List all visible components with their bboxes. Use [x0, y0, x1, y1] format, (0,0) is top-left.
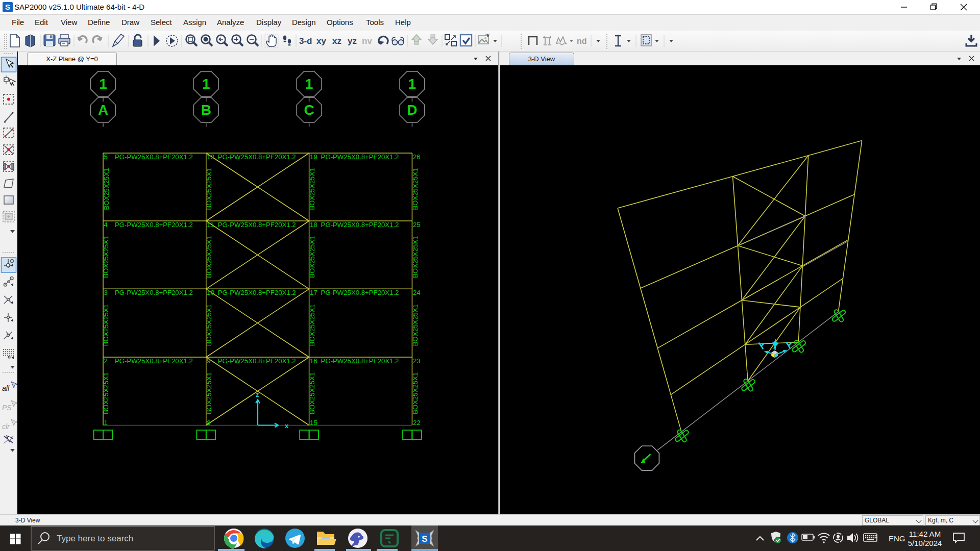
svg-text:10: 10 [207, 289, 214, 296]
svg-text:PG-PW25X0.8+PF20X1.2: PG-PW25X0.8+PF20X1.2 [321, 153, 399, 161]
svg-text:C: C [304, 102, 314, 118]
svg-text:nd: nd [577, 37, 587, 45]
svg-text:BOX25X25X1: BOX25X25X1 [103, 168, 110, 210]
svg-text:BOX25X25X1: BOX25X25X1 [103, 372, 110, 414]
svg-text:4: 4 [104, 221, 108, 229]
svg-text:BOX25X25X1: BOX25X25X1 [205, 372, 213, 414]
svg-text:26: 26 [413, 153, 421, 161]
svg-text:PG-PW25X0.8+PF20X1.2: PG-PW25X0.8+PF20X1.2 [115, 289, 193, 296]
svg-text:xy: xy [316, 36, 326, 46]
svg-text:1: 1 [305, 76, 313, 92]
svg-text:1: 1 [99, 76, 107, 92]
svg-text:xz: xz [332, 36, 341, 46]
svg-text:9: 9 [207, 357, 210, 365]
svg-text:BOX25X25X1: BOX25X25X1 [103, 304, 110, 346]
svg-text:5/10/2024: 5/10/2024 [908, 539, 942, 547]
svg-text:nv: nv [362, 36, 372, 46]
svg-text:PG-PW25X0.8+PF20X1.2: PG-PW25X0.8+PF20X1.2 [218, 357, 296, 365]
svg-text:PG-PW25X0.8+PF20X1.2: PG-PW25X0.8+PF20X1.2 [321, 221, 399, 229]
svg-text:11:42 AM: 11:42 AM [909, 530, 941, 538]
svg-text:clr: clr [2, 422, 10, 431]
svg-text:3-d: 3-d [299, 36, 312, 46]
svg-text:Type here to search: Type here to search [57, 534, 133, 543]
svg-text:PG-PW25X0.8+PF20X1.2: PG-PW25X0.8+PF20X1.2 [218, 153, 296, 161]
svg-text:15: 15 [310, 419, 317, 427]
svg-text:BOX25X25X1: BOX25X25X1 [308, 304, 316, 346]
svg-text:12: 12 [207, 153, 214, 161]
svg-text:BOX25X25X1: BOX25X25X1 [205, 236, 213, 278]
svg-text:BOX25X25X1: BOX25X25X1 [308, 168, 316, 210]
svg-text:BOX25X25X1: BOX25X25X1 [205, 168, 213, 210]
svg-text:B: B [201, 102, 211, 118]
svg-text:S: S [422, 534, 427, 544]
svg-text:A: A [98, 102, 108, 118]
svg-text:3: 3 [104, 289, 108, 296]
svg-text:BOX25X25X1: BOX25X25X1 [103, 236, 110, 278]
svg-text:11: 11 [207, 221, 214, 229]
svg-text:x: x [285, 422, 289, 430]
svg-text:PG-PW25X0.8+PF20X1.2: PG-PW25X0.8+PF20X1.2 [218, 221, 296, 229]
svg-text:2: 2 [104, 357, 108, 365]
svg-text:BOX25X25X1: BOX25X25X1 [205, 304, 213, 346]
svg-text:PG-PW25X0.8+PF20X1.2: PG-PW25X0.8+PF20X1.2 [115, 221, 193, 229]
svg-text:PG-PW25X0.8+PF20X1.2: PG-PW25X0.8+PF20X1.2 [321, 357, 399, 365]
svg-text:z: z [256, 391, 259, 398]
svg-text:8: 8 [207, 419, 210, 427]
svg-text:PG-PW25X0.8+PF20X1.2: PG-PW25X0.8+PF20X1.2 [115, 357, 193, 365]
svg-text:BOX25X25X1: BOX25X25X1 [308, 236, 316, 278]
svg-text:25: 25 [413, 221, 421, 229]
svg-text:BOX25X25X1: BOX25X25X1 [411, 168, 419, 210]
svg-text:1: 1 [408, 76, 416, 92]
svg-text:16: 16 [310, 357, 317, 365]
svg-text:all: all [2, 384, 10, 392]
svg-text:5: 5 [104, 153, 108, 161]
svg-text:PG-PW25X0.8+PF20X1.2: PG-PW25X0.8+PF20X1.2 [115, 153, 193, 161]
svg-text:PG-PW25X0.8+PF20X1.2: PG-PW25X0.8+PF20X1.2 [218, 289, 296, 296]
svg-text:19: 19 [310, 153, 317, 161]
svg-text:18: 18 [310, 221, 317, 229]
svg-text:PS: PS [2, 404, 12, 412]
svg-text:D: D [407, 102, 417, 118]
svg-text:ENG: ENG [889, 534, 905, 543]
svg-text:1: 1 [104, 419, 108, 427]
svg-text:22: 22 [413, 419, 421, 427]
svg-text:PG-PW25X0.8+PF20X1.2: PG-PW25X0.8+PF20X1.2 [321, 289, 399, 296]
svg-text:24: 24 [413, 289, 421, 296]
svg-text:yz: yz [348, 36, 357, 46]
svg-text:BOX25X25X1: BOX25X25X1 [411, 236, 419, 278]
svg-text:17: 17 [310, 289, 317, 296]
svg-text:23: 23 [413, 357, 421, 365]
svg-text:BOX25X25X1: BOX25X25X1 [411, 304, 419, 346]
svg-text:BOX25X25X1: BOX25X25X1 [308, 372, 316, 414]
svg-text:BOX25X25X1: BOX25X25X1 [411, 372, 419, 414]
svg-text:1: 1 [202, 76, 210, 92]
